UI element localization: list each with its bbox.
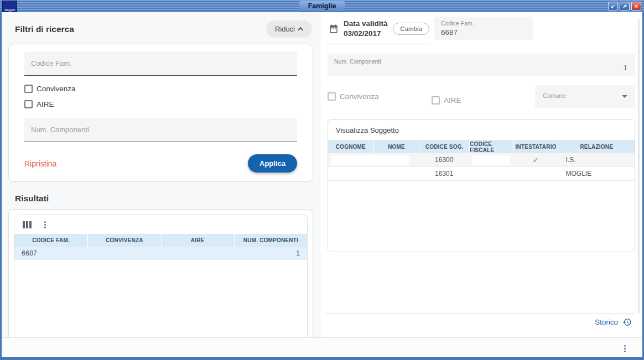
app-window: Famiglie Maggioli ↙ ↗ × Filtri di ricerc…	[0, 0, 644, 360]
title-bar[interactable]: Famiglie	[0, 0, 644, 12]
redacted-cognome-cell	[331, 155, 373, 165]
detail-convivenza-label: Convivenza	[340, 92, 379, 101]
soggetto-row[interactable]: 16301 MOGLIE	[328, 167, 635, 181]
results-card: CODICE FAM. CONVIVENZA AIRE NUM. COMPONE…	[8, 209, 313, 352]
results-grid: CODICE FAM. CONVIVENZA AIRE NUM. COMPONE…	[14, 215, 308, 346]
convivenza-checkbox[interactable]	[24, 85, 33, 93]
reset-filters-link[interactable]: Ripristina	[24, 159, 56, 168]
collapse-button-label: Riduci	[275, 25, 295, 33]
window-border-left	[0, 12, 2, 360]
filters-actions: Ripristina Applica	[24, 154, 297, 173]
soggetti-col-codice-fiscale[interactable]: CODICE FISCALE	[469, 140, 513, 153]
data-validita-group: Data validità 03/02/2017	[329, 19, 388, 38]
soggetti-card: Visualizza Soggetto COGNOME NOME CODICE …	[328, 119, 635, 252]
window-border-bottom	[0, 357, 644, 360]
bottom-bar	[2, 337, 642, 357]
storico-divider	[325, 313, 636, 314]
soggetto-codice-sog: 16301	[419, 170, 469, 178]
results-col-codice-fam[interactable]: CODICE FAM.	[14, 234, 87, 247]
intestatario-check-icon: ✓	[513, 156, 558, 164]
detail-codice-fam-field: Codice Fam. 6687	[434, 17, 533, 40]
detail-codice-fam-value: 6687	[441, 28, 526, 36]
comune-select: Comune	[535, 85, 635, 108]
soggetti-title: Visualizza Soggetto	[328, 120, 635, 140]
chevron-down-icon	[622, 95, 627, 98]
detail-aire-label: AIRE	[444, 96, 461, 105]
soggetto-codice-sog: 16300	[419, 156, 469, 164]
detail-top-row: Data validità 03/02/2017 Cambia Codice F…	[328, 17, 635, 44]
storico-link[interactable]: Storico	[595, 317, 632, 327]
detail-codice-fam-label: Codice Fam.	[441, 20, 526, 27]
data-validita-label: Data validità	[344, 19, 388, 29]
history-icon	[622, 317, 632, 327]
results-grid-toolbar	[14, 215, 307, 234]
redacted-codice-fiscale-cell	[472, 155, 510, 165]
filters-header: Filtri di ricerca Riduci	[2, 12, 320, 44]
data-validita-value: 03/02/2017	[344, 29, 388, 39]
soggetti-col-cognome[interactable]: COGNOME	[328, 140, 373, 153]
app-logo-text: Maggioli	[4, 8, 15, 12]
aire-checkbox[interactable]	[24, 100, 33, 108]
more-options-icon[interactable]	[624, 345, 626, 353]
cambia-button[interactable]: Cambia	[393, 23, 429, 35]
soggetti-col-nome[interactable]: NOME	[373, 140, 419, 153]
grid-menu-icon[interactable]	[44, 221, 46, 229]
soggetti-table-header: COGNOME NOME CODICE SOG. CODICE FISCALE …	[328, 140, 635, 153]
close-button[interactable]: ×	[631, 2, 641, 11]
num-componenti-field	[24, 118, 297, 142]
detail-aire-row: AIRE	[432, 96, 461, 105]
search-filters-panel: Filtri di ricerca Riduci Convivenza AIRE	[2, 12, 320, 337]
filters-card: Convivenza AIRE Ripristina Applica	[8, 44, 313, 182]
maximize-button[interactable]: ↗	[620, 2, 630, 11]
comune-label: Comune	[535, 85, 635, 99]
soggetti-col-relazione[interactable]: RELAZIONE	[558, 140, 635, 153]
result-cell-num-componenti: 1	[234, 249, 307, 257]
redacted-nome-cell	[373, 155, 409, 165]
vertical-scrollbar[interactable]	[638, 19, 640, 314]
restore-down-button[interactable]: ↙	[608, 2, 618, 11]
window-controls: ↙ ↗ ×	[608, 2, 641, 11]
collapse-filters-button[interactable]: Riduci	[266, 20, 312, 38]
filters-title: Filtri di ricerca	[15, 24, 74, 34]
codice-fam-input[interactable]	[24, 59, 297, 67]
aire-checkbox-row: AIRE	[24, 100, 297, 108]
aire-label: AIRE	[37, 100, 54, 108]
columns-icon[interactable]	[23, 221, 32, 228]
codice-fam-field	[24, 51, 297, 76]
app-logo: Maggioli	[2, 1, 17, 12]
apply-filters-button[interactable]: Applica	[248, 154, 297, 173]
detail-flags-row: Convivenza AIRE Comune	[328, 85, 635, 108]
detail-aire-checkbox	[432, 96, 440, 105]
results-col-num-componenti[interactable]: NUM. COMPONENTI	[234, 234, 307, 247]
result-cell-codice-fam: 6687	[14, 249, 87, 257]
detail-num-componenti-value: 1	[624, 64, 627, 72]
data-validita-block: Data validità 03/02/2017 Cambia	[328, 17, 429, 44]
results-col-aire[interactable]: AIRE	[161, 234, 234, 247]
results-title: Risultati	[15, 194, 320, 204]
family-detail-panel: Data validità 03/02/2017 Cambia Codice F…	[320, 12, 642, 337]
num-componenti-input[interactable]	[24, 126, 297, 134]
soggetti-col-codice-sog[interactable]: CODICE SOG.	[419, 140, 469, 153]
results-table-header: CODICE FAM. CONVIVENZA AIRE NUM. COMPONE…	[14, 234, 307, 247]
convivenza-checkbox-row: Convivenza	[24, 85, 297, 93]
chevron-up-icon	[298, 27, 303, 33]
data-validita-text: Data validità 03/02/2017	[344, 19, 388, 38]
convivenza-label: Convivenza	[37, 85, 76, 93]
soggetto-relazione: MOGLIE	[558, 170, 635, 178]
detail-num-componenti-label: Num. Componenti	[334, 58, 627, 65]
maximize-icon: ↗	[622, 3, 627, 9]
close-icon: ×	[635, 3, 638, 9]
detail-convivenza-row: Convivenza	[328, 92, 432, 101]
detail-num-componenti-field: Num. Componenti 1	[328, 54, 635, 76]
restore-down-icon: ↙	[611, 3, 615, 9]
soggetto-row[interactable]: 16300 ✓ I.S.	[328, 153, 635, 167]
storico-label: Storico	[595, 318, 618, 326]
soggetto-relazione: I.S.	[558, 156, 635, 164]
detail-convivenza-checkbox	[328, 92, 336, 101]
results-table-row[interactable]: 6687 1	[14, 247, 307, 260]
window-title: Famiglie	[299, 1, 345, 12]
results-col-convivenza[interactable]: CONVIVENZA	[87, 234, 160, 247]
soggetti-col-intestatario[interactable]: INTESTATARIO	[513, 140, 558, 153]
calendar-icon	[329, 24, 339, 34]
